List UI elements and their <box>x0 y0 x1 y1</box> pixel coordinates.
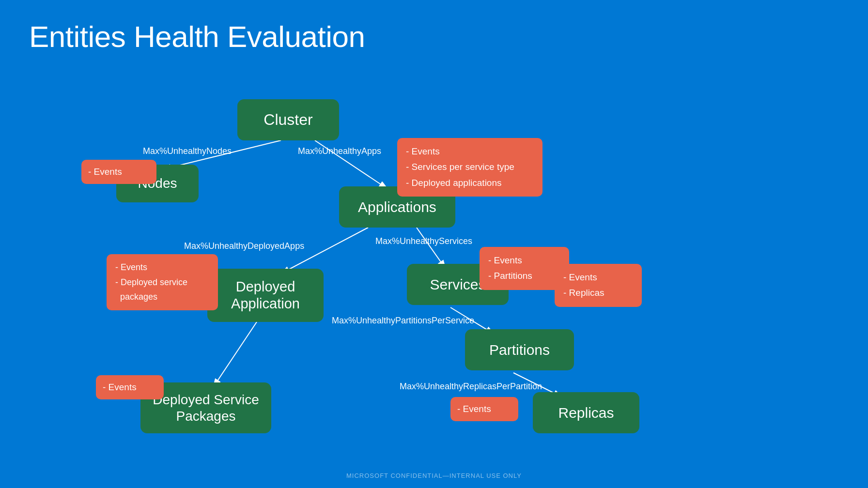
partitions-policies-box: - Events- Replicas <box>555 264 642 307</box>
max-unhealthy-replicas-label: Max%UnhealthyReplicasPerPartition <box>400 381 542 392</box>
nodes-events-box: - Events <box>81 160 156 184</box>
footer-text: MICROSOFT CONFIDENTIAL—INTERNAL USE ONLY <box>346 472 522 479</box>
cluster-node: Cluster <box>237 99 339 140</box>
max-unhealthy-services-label: Max%UnhealthyServices <box>375 236 472 246</box>
svg-line-5 <box>213 322 257 387</box>
max-unhealthy-deployed-apps-label: Max%UnhealthyDeployedApps <box>184 241 304 251</box>
deployed-svc-pkg-events-box: - Events <box>96 375 164 399</box>
page-title: Entities Health Evaluation <box>29 19 365 54</box>
max-unhealthy-nodes-label: Max%UnhealthyNodes <box>143 146 232 156</box>
svg-line-4 <box>417 228 446 269</box>
max-unhealthy-partitions-label: Max%UnhealthyPartitionsPerService <box>332 316 474 326</box>
replicas-events-box: - Events <box>450 397 518 421</box>
applications-policies-box: - Events- Services per service type- Dep… <box>397 138 542 197</box>
partitions-node: Partitions <box>465 329 574 370</box>
deployed-application-node: Deployed Application <box>207 269 324 322</box>
max-unhealthy-apps-label: Max%UnhealthyApps <box>298 146 381 156</box>
deployed-app-policies-box: - Events- Deployed service packages <box>107 254 218 310</box>
replicas-node: Replicas <box>533 392 639 433</box>
